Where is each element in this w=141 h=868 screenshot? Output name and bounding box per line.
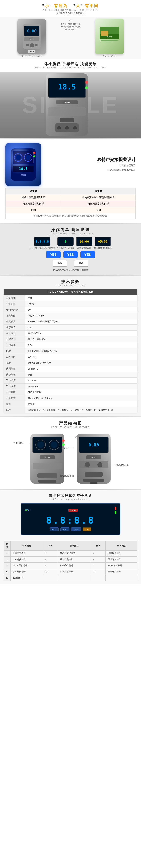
- table-row: 检测精度±5%FS（在最佳条件温湿度时）: [4, 319, 137, 324]
- table-row: 防爆等级ExibⅡB T3: [4, 366, 137, 372]
- features-title-cn: 体小质轻 手感舒适 按键灵敏: [4, 62, 137, 66]
- svg-point-32: [26, 155, 31, 160]
- table-row: 传感器寿命2年: [4, 307, 137, 313]
- svg-rect-61: [90, 482, 97, 484]
- table-row: 10 秒气充值符号 11 校准提示符号 12 震动开启符号: [4, 569, 137, 575]
- yes-button-2[interactable]: YES: [63, 251, 78, 258]
- lcd-title: 液晶显示屏标识符号意义 LCD screen logo symbol meani…: [4, 494, 137, 500]
- svg-text:hhdet: hhdet: [64, 101, 70, 104]
- svg-point-21: [85, 86, 88, 89]
- lcd-alarm-text: ALARM: [68, 509, 78, 512]
- card-dimension: 85.6mm × 54mm: [85, 55, 134, 57]
- lcd-led-green: [115, 511, 116, 514]
- col-num-3: 序号: [91, 541, 106, 551]
- tagline-section: "小" 有所为 "大" 有不同 A LITTLE ACTION MAKES A …: [0, 0, 141, 17]
- tech-section: 技术参数 TECHNICAL PARAMETERS HG-MOX-CH20单一气…: [0, 276, 141, 416]
- yes-screens: YES YES YES: [4, 251, 137, 258]
- lcd-led-red: [115, 507, 116, 510]
- table-row: 充电通用USB接口供电充电: [4, 360, 137, 366]
- label-sensor: 气体检测仪: [13, 442, 29, 444]
- product-hero-section: SIMPLE 18.5 hhdet: [0, 72, 141, 138]
- op-screen-col-3: 10:00 高低报警值设置: [76, 237, 92, 249]
- alarm-cell: 红蓝报警指示灯闪烁: [61, 201, 136, 207]
- table-header-row: 序号 符号意义 序号 符号意义 序号 符号意义: [4, 541, 137, 551]
- table-row: 蜂鸣器低高频报警声音 蜂鸣器更加欲动高高频报警声音: [5, 194, 136, 201]
- svg-point-46: [62, 439, 65, 442]
- col-num-1: 序号: [4, 541, 10, 551]
- svg-point-5: [30, 43, 34, 48]
- has-diff: 有不同: [85, 4, 99, 8]
- svg-point-6: [26, 43, 29, 46]
- lcd-al-h-badge: AL-H: [60, 527, 69, 531]
- no-col-2: no: [74, 260, 89, 267]
- op-desc-4: 校准报警值重新选择: [94, 247, 112, 249]
- table-row: 开机报警后声光和振动将同时报示 同时检测到高低报警值优先执行高报警动作: [5, 213, 136, 219]
- lcd-zero-badge: ZERO: [71, 527, 81, 531]
- lcd-section: 液晶显示屏标识符号意义 LCD screen logo symbol meani…: [0, 490, 141, 541]
- alarm-table: 低报警 高报警 蜂鸣器低高频报警声音 蜂鸣器更加欲动高高频报警声音 红蓝报警指示…: [5, 188, 136, 219]
- alarm-cell: 蜂鸣器低高频报警声音: [5, 194, 61, 201]
- table-row: 4 USB连接符号 5 手动开启符号 6 震动开启符号: [4, 557, 137, 563]
- structure-title: 产品结构图 PRODUCT STRUCTURE DRAWING: [4, 421, 137, 428]
- lcd-display-mock: S ALARM 8.8:8.8 AL-L AL-H ZERO CAL: [21, 503, 120, 535]
- table-row: 配件随机附赠肩夹一个、开机磁块一个、鳄鱼夹一个、滚绳一个、说明书一份、USB数据…: [4, 407, 137, 413]
- svg-point-30: [15, 155, 21, 160]
- operation-title: 操作简单 响应迅速 THE OPERATION IS SIMPLE AND QU…: [4, 227, 137, 235]
- label-gas-key: 散气键/开关按键: [60, 474, 80, 477]
- svg-rect-59: [85, 472, 103, 477]
- no-col-1: no: [52, 260, 67, 267]
- yes-button-3[interactable]: YES: [80, 251, 95, 258]
- no-screens: no no: [4, 260, 137, 267]
- svg-point-25: [73, 126, 77, 130]
- alarm-text: 独特声光振报警设计 让气体浓度达到 高低报警值时能够迅速提醒: [45, 157, 136, 172]
- lcd-bottom-badges: AL-L AL-H ZERO CAL: [25, 527, 116, 531]
- svg-text:18.5: 18.5: [19, 166, 28, 171]
- svg-point-7: [35, 43, 38, 46]
- tech-title-en: TECHNICAL PARAMETERS: [4, 285, 137, 287]
- comparison-device-col: 0.00 hhdet hhdet 92mm × 58mm × 28.5mm: [7, 19, 56, 57]
- quote-big: 大: [76, 4, 80, 8]
- operation-screens: 8.8.8.8 开机检测直接进入实测值页面 0 有充电时有充电提示 10:00 …: [4, 237, 137, 249]
- svg-point-58: [98, 462, 102, 467]
- label-power-button: 开机键/确认键: [110, 464, 129, 467]
- comparison-card-col: 银行卡 85.6mm × 54mm: [85, 19, 134, 57]
- col-num-2: 序号: [43, 541, 58, 551]
- tech-title: 技术参数 TECHNICAL PARAMETERS: [4, 279, 137, 287]
- svg-point-47: [62, 443, 65, 446]
- svg-point-36: [33, 152, 35, 154]
- op-screen-4: 05:00: [95, 237, 111, 246]
- table-row: 工作电压3.7V: [4, 342, 137, 348]
- col-meaning-1: 符号意义: [10, 541, 43, 551]
- lcd-s-label: S: [30, 509, 31, 512]
- alarm-device-image: 18.5 hhdet: [5, 143, 41, 186]
- svg-rect-39: [33, 437, 62, 453]
- symbol-table: 序号 符号意义 序号 符号意义 序号 符号意义 1 电量显示符号 2 数据样续行…: [4, 541, 137, 581]
- op-screen-col-4: 05:00 校准报警值重新选择: [94, 237, 112, 249]
- alarm-sub2: 高低报警值时能够迅速提醒: [45, 168, 136, 172]
- table-row: 检测气体甲醛: [4, 295, 137, 301]
- tech-title-cn: 技术参数: [4, 279, 137, 284]
- lcd-alarm-badge: ALARM: [68, 509, 78, 512]
- svg-point-57: [85, 462, 90, 467]
- svg-point-20: [85, 81, 88, 84]
- svg-point-24: [65, 126, 69, 130]
- table-row: 防护等级IP65: [4, 372, 137, 378]
- no-button-2[interactable]: no: [74, 260, 89, 267]
- no-button-1[interactable]: no: [52, 260, 67, 267]
- svg-text:hhdet: hhdet: [45, 456, 50, 458]
- comparison-desc: 迷你小巧轻便 和银行卡比较超来更轻巧 特别便携 轻捻随行: [60, 23, 81, 31]
- label-display: 显示区: [62, 447, 73, 450]
- lcd-top-left: S: [25, 509, 31, 512]
- svg-rect-11: [101, 31, 108, 36]
- svg-text:银行卡: 银行卡: [106, 35, 112, 38]
- yes-button-1[interactable]: YES: [46, 251, 61, 258]
- op-desc-2: 有充电时有充电提示: [57, 247, 74, 249]
- tagline-en: A LITTLE ACTION MAKES A BIG DIFFERENCE: [4, 9, 137, 11]
- svg-rect-63: [28, 510, 29, 511]
- svg-rect-56: [79, 461, 108, 468]
- lcd-al-l-badge: AL-L: [50, 527, 59, 531]
- alarm-header: 18.5 hhdet 独特声光振报警设计 让气体浓度达到 高低报警值时能够迅速提…: [5, 143, 136, 186]
- svg-rect-26: [60, 118, 74, 122]
- lcd-led-group: [115, 507, 116, 514]
- operation-title-en: THE OPERATION IS SIMPLE AND QUICK: [4, 233, 137, 235]
